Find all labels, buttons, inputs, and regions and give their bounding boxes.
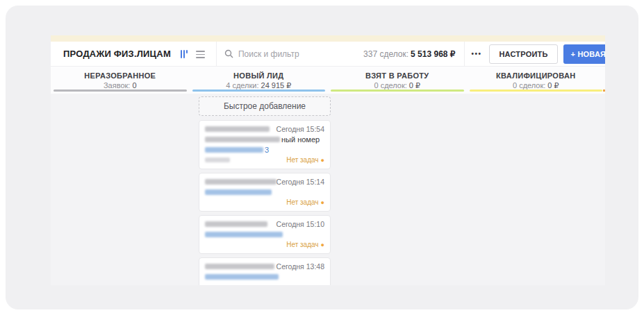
stage-title: НОВЫЙ ЛИД	[190, 71, 329, 80]
task-status: ●	[319, 283, 324, 285]
search-bar	[217, 49, 363, 59]
deals-sum-value: 5 513 968 ₽	[411, 49, 455, 59]
card-timestamp: Сегодня 13:48	[276, 262, 324, 271]
stage-title: ВЗЯТ В РАБОТУ	[328, 71, 467, 80]
kanban-board: Быстрое добавление Сегодня 15:54 ный ном…	[51, 94, 605, 285]
card-timestamp: Сегодня 15:14	[276, 178, 324, 186]
stage-title: КВАЛИФИЦИРОВАН	[467, 71, 606, 80]
card-timestamp: Сегодня 15:54	[276, 125, 324, 133]
stage-header-unsorted[interactable]: НЕРАЗОБРАННОЕ Заявок:0	[51, 67, 190, 94]
card-text: ный номер	[281, 135, 320, 144]
lead-card[interactable]: Сегодня 13:48 ●	[199, 257, 331, 285]
more-options-button[interactable]: •••	[471, 50, 481, 58]
stage-headers: НЕРАЗОБРАННОЕ Заявок:0 НОВЫЙ ЛИД 4 сделк…	[51, 67, 605, 94]
task-status: Нет задач●	[286, 198, 324, 206]
page-title: ПРОДАЖИ ФИЗ.ЛИЦАМ	[63, 49, 171, 59]
lead-card[interactable]: Сегодня 15:54 ный номер 3 Нет задач●	[199, 120, 331, 169]
card-link-suffix[interactable]: 3	[265, 146, 269, 154]
task-status: Нет задач●	[286, 241, 324, 248]
task-status-dot: ●	[321, 241, 324, 248]
redacted-lead-name	[205, 264, 274, 269]
card-timestamp: Сегодня 15:10	[276, 220, 324, 228]
redacted-link	[205, 232, 283, 237]
deals-summary: 337 сделок:5 513 968 ₽	[363, 49, 455, 59]
stage-title: НЕРАЗОБРАННОЕ	[51, 71, 190, 80]
lead-card[interactable]: Сегодня 15:10 Нет задач●	[199, 215, 331, 254]
redacted-link	[205, 274, 279, 280]
redacted-link	[205, 147, 263, 153]
stage-accent-line	[470, 90, 603, 92]
stage-accent-line	[192, 90, 326, 92]
stage-count: Заявок:0	[51, 81, 190, 90]
next-stage-accent-sliver	[603, 90, 605, 92]
search-icon	[224, 49, 233, 58]
stage-accent-line	[53, 90, 187, 92]
redacted-link	[205, 189, 272, 195]
view-toggle-group	[181, 49, 205, 58]
app-window-panel: ПРОДАЖИ ФИЗ.ЛИЦАМ 337 сделок:5 513 968 ₽…	[6, 6, 638, 309]
toolbar: ПРОДАЖИ ФИЗ.ЛИЦАМ 337 сделок:5 513 968 ₽…	[51, 42, 605, 67]
redacted-lead-name	[205, 126, 270, 132]
kanban-view-icon[interactable]	[181, 50, 188, 58]
configure-button[interactable]: НАСТРОИТЬ	[489, 44, 557, 64]
stage-accent-line	[331, 90, 464, 92]
new-lead-column: Быстрое добавление Сегодня 15:54 ный ном…	[199, 96, 331, 285]
redacted-meta	[205, 158, 230, 162]
top-cream-strip	[51, 35, 605, 42]
deals-count-label: 337 сделок:	[363, 49, 408, 59]
task-status-dot: ●	[321, 284, 324, 285]
list-view-icon[interactable]	[196, 49, 205, 58]
toolbar-divider-2	[464, 42, 465, 67]
redacted-lead-name	[205, 179, 276, 185]
new-deal-button[interactable]: + НОВАЯ СДЕЛКА	[563, 44, 605, 64]
lead-card[interactable]: Сегодня 15:14 Нет задач●	[199, 173, 331, 212]
search-input[interactable]	[238, 49, 363, 59]
task-status: Нет задач●	[286, 156, 324, 164]
task-status-dot: ●	[321, 199, 324, 206]
task-status-dot: ●	[321, 157, 324, 164]
stage-header-in-progress[interactable]: ВЗЯТ В РАБОТУ 0 сделок:0 ₽	[328, 67, 467, 94]
stage-header-qualified[interactable]: КВАЛИФИЦИРОВАН 0 сделок:0 ₽	[467, 67, 606, 94]
redacted-lead-name	[205, 221, 267, 227]
redacted-text	[205, 137, 280, 142]
crm-app: ПРОДАЖИ ФИЗ.ЛИЦАМ 337 сделок:5 513 968 ₽…	[51, 35, 605, 285]
stage-header-new-lead[interactable]: НОВЫЙ ЛИД 4 сделки:24 915 ₽	[190, 67, 329, 94]
quick-add-button[interactable]: Быстрое добавление	[199, 96, 331, 116]
